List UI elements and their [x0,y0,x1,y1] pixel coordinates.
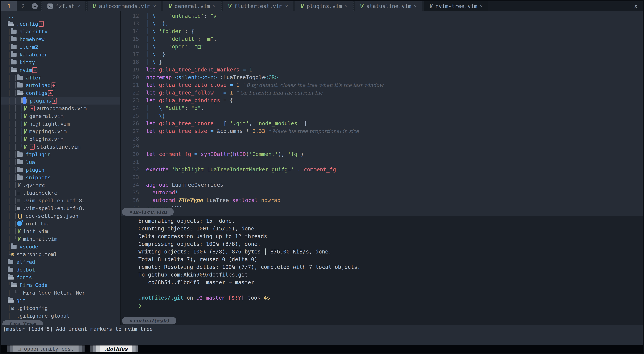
tree-item-homebrew[interactable]: │ homebrew [1,35,120,43]
code-token: } [156,59,162,65]
terminal-line: remote: Resolving deltas: 100% (7/7), co… [138,263,643,271]
tree-item-label: .gitconfig [16,305,48,311]
tree-item-..[interactable]: .. [1,12,120,20]
tree-item-kitty[interactable]: │ kitty [1,58,120,66]
tree-item-configs[interactable]: │ │ configs+ [1,89,120,97]
code-line: 15│ \ 'default': "■", [121,35,643,43]
buffer-tab-fzf.sh[interactable]: >_fzf.sh× [42,1,85,11]
tab-page-2[interactable]: 2 [17,1,30,11]
tmux-window-inactive[interactable]: □ opportunity_cost [7,346,84,352]
code-token [233,89,236,96]
tree-item-init.vim[interactable]: │ │ Vinit.vim [1,227,120,235]
indent-guides: │ │ [8,221,17,227]
tree-item-autoload[interactable]: │ │ autoload+ [1,81,120,89]
buffer-tab-nvim-tree.vim[interactable]: Vnvim-tree.vim× [424,1,488,11]
tree-item-starship.toml[interactable]: └ ⚙starship.toml [1,251,120,258]
tree-item-.gitignore_global[interactable]: │ ≡.gitignore_global [1,312,120,320]
tree-item-karabiner[interactable]: │ karabiner [1,51,120,58]
indent-guides: │ [8,305,11,311]
buffer-tab-autocommands.vim[interactable]: Vautocommands.vim× [88,1,161,11]
code-token [156,13,168,19]
close-buffer-icon[interactable]: × [78,3,80,9]
code-token [220,97,223,103]
tab-page-1[interactable]: 1 [1,1,17,11]
close-buffer-icon[interactable]: × [480,3,483,9]
folder-icon [8,268,13,272]
prompt-token: 4s [264,295,270,301]
tree-item-snippets[interactable]: │ │ snippets [1,174,120,181]
code-line: 23let g:lua_tree_bindings = { [121,96,643,104]
code-token [156,120,159,127]
close-buffer-icon[interactable]: × [414,3,417,9]
tree-item-lua[interactable]: │ │ lua [1,158,120,166]
git-new-badge: + [51,82,56,88]
tree-item-alacritty[interactable]: │ alacritty [1,28,120,35]
tree-item-.vim-spell-en.utf-8.[interactable]: │ │ ≡.vim-spell-en.utf-8. [1,204,120,212]
close-buffer-icon[interactable]: × [285,3,288,9]
close-buffer-icon[interactable]: × [345,3,348,9]
tree-item-label: lua [26,159,35,165]
code-line: 29 [121,143,643,150]
line-number: 35 [121,189,146,196]
tree-item-plugin[interactable]: │ │ plugin [1,166,120,174]
tree-item-highlight.vim[interactable]: │ │ │ Vhighlight.vim [1,120,120,128]
tree-item-ftplugin[interactable]: │ │ ftplugin [1,151,120,158]
tree-item-dotbot[interactable]: dotbot [1,266,120,274]
prompt-token: master [206,295,225,301]
line-number: 18 [121,59,146,65]
tree-item-statusline.vim[interactable]: │ │ └ V+statusline.vim [1,143,120,151]
tree-item-plugins[interactable]: │ │ │ plugins+ [1,97,120,104]
tree-item-label: plugin [26,167,44,173]
code-token: \ [152,13,156,19]
tabline: 1 2 ← >_fzf.sh×Vautocommands.vim×Vgenera… [1,1,643,11]
close-buffer-icon[interactable]: × [153,3,156,9]
tree-item-git[interactable]: git [1,297,120,304]
tree-item-nvim[interactable]: │ nvim+ [1,66,120,74]
tree-item-.vim-spell-en.utf-8.[interactable]: │ │ ≡.vim-spell-en.utf-8. [1,197,120,204]
code-line: 32execute 'highlight LuaTreeIndentMarker… [121,166,643,173]
tree-item-Fira Code Retina Ner[interactable]: │ └ ≡Fira Code Retina Ner [1,289,120,297]
close-all-icon[interactable]: ✗ [634,3,643,10]
vim-file-icon: V [17,228,21,235]
code-token: ( [246,151,249,157]
tree-item-fonts[interactable]: fonts [1,274,120,281]
tree-item-autocommands.vim[interactable]: │ │ │ V+autocommands.vim [1,104,120,112]
buffer-tab-fluttertest.vim[interactable]: Vfluttertest.vim× [223,1,293,11]
tree-item-iterm2[interactable]: │ iterm2 [1,43,120,51]
code-token [294,166,297,173]
tree-item-general.vim[interactable]: │ │ │ Vgeneral.vim [1,112,120,120]
tree-item-minimal.vim[interactable]: │ └ Vminimal.vim [1,235,120,243]
editor-buffer[interactable]: 12│ \ 'untracked': "★"13│ \ },14│ \ 'fol… [121,11,643,207]
buffer-tab-statusline.vim[interactable]: Vstatusline.vim× [355,1,422,11]
prompt-token: [$!?] [228,295,244,301]
code-token [146,189,152,196]
tree-item-vscode[interactable]: │ vscode [1,243,120,251]
code-token: ), [278,151,288,157]
terminal-pane[interactable]: Enumerating objects: 15, done.Counting o… [121,216,643,316]
tmux-window-active[interactable]: .dotfiles [90,346,138,352]
editor-statusline-pill: <m-tree.vim [122,208,174,216]
tree-item-alfred[interactable]: alfred [1,258,120,266]
tree-item-.config[interactable]: .config+ [1,20,120,28]
nav-arrow-circle-icon[interactable]: ← [32,3,38,9]
tree-item-mappings.vim[interactable]: │ │ │ Vmappings.vim [1,128,120,135]
tree-item-.luacheckrc[interactable]: │ │ ≡.luacheckrc [1,189,120,197]
tree-item-Fira Code[interactable]: └ Fira Code [1,281,120,289]
tree-item-label: .gvimrc [23,182,45,188]
gear-icon: ⚙ [11,251,14,258]
tree-item-.gvimrc[interactable]: │ │ V.gvimrc [1,181,120,189]
tree-item-.gitconfig[interactable]: │ ⚙.gitconfig [1,304,120,312]
line-number: 30 [121,151,146,157]
code-token: 'highlight LuaTreeIndentMarker guifg=' [172,166,294,173]
prompt-char[interactable]: ❯ [138,302,643,309]
tree-item-label: alfred [16,259,35,265]
tree-item-coc-settings.json[interactable]: │ │ {}coc-settings.json [1,212,120,220]
buffer-tab-general.vim[interactable]: Vgeneral.vim× [163,1,220,11]
tree-item-plugins.vim[interactable]: │ │ │ Vplugins.vim [1,135,120,143]
tree-item-init.lua[interactable]: │ │ init.lua [1,220,120,227]
close-buffer-icon[interactable]: × [213,3,216,9]
buffer-tab-plugins.vim[interactable]: Vplugins.vim× [295,1,352,11]
folder-open-icon [11,68,16,72]
tree-item-label: fonts [16,274,32,280]
tree-item-after[interactable]: │ │ after [1,74,120,81]
